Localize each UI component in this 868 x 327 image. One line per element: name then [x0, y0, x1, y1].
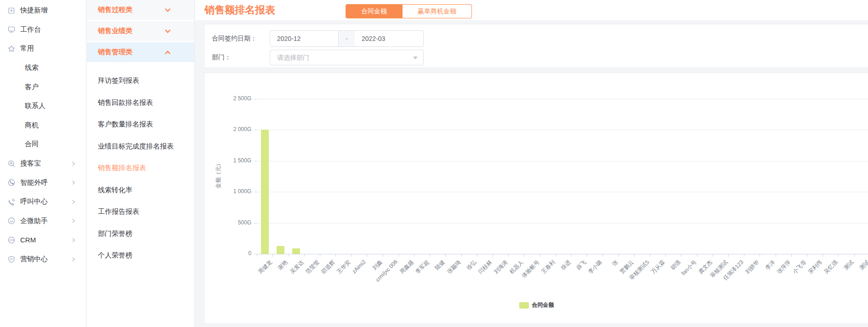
search-treasure-icon [7, 160, 16, 168]
x-tick [650, 254, 650, 257]
sidebar-item-2[interactable]: 工作台 [0, 20, 86, 40]
x-tick [477, 254, 477, 257]
chevron-right-icon [71, 161, 76, 166]
legend-swatch [519, 302, 529, 309]
sidebar-item-label: 呼叫中心 [20, 197, 48, 206]
report-item[interactable]: 线索转化率 [87, 179, 194, 201]
x-tick [744, 254, 744, 257]
quick-add-icon [7, 6, 16, 15]
department-filter-row: 部门： 请选择部门 [212, 50, 424, 65]
sidebar-item-label: 搜客宝 [20, 159, 41, 168]
department-select[interactable]: 请选择部门 [270, 50, 424, 65]
tab-2[interactable]: 赢单商机金额 [403, 4, 472, 18]
x-tick [823, 254, 823, 257]
chevron-down-icon [164, 29, 171, 34]
sidebar-item-label: 合同 [25, 140, 39, 149]
y-tick-label: 2 000G [210, 126, 251, 132]
date-range-label: 合同签约日期： [212, 34, 270, 43]
bar [261, 130, 269, 254]
marketing-icon [7, 255, 16, 264]
sidebar-item-9[interactable]: 搜客宝 [0, 154, 86, 173]
report-item[interactable]: 拜访签到报表 [87, 70, 194, 92]
chart-legend[interactable]: 合同金额 [519, 301, 554, 309]
x-tick [681, 254, 681, 257]
x-tick [713, 254, 713, 257]
crm-report-app: 快捷新增工作台常用线索客户联系人商机合同搜客宝智能外呼呼叫中心企微助手CRMCR… [0, 0, 868, 327]
x-tick [335, 254, 336, 257]
department-placeholder: 请选择部门 [277, 54, 309, 61]
sidebar-item-7[interactable]: 商机 [0, 116, 86, 135]
sidebar-item-14[interactable]: 营销中心 [0, 250, 86, 269]
chevron-right-icon [71, 237, 76, 243]
x-tick [367, 254, 367, 257]
x-tick [556, 254, 556, 257]
report-category-1[interactable]: 销售过程类 [87, 0, 194, 20]
smart-call-icon [7, 178, 16, 187]
sidebar-item-10[interactable]: 智能外呼 [0, 173, 86, 192]
bar [292, 248, 300, 254]
x-tick [540, 254, 540, 257]
chevron-up-icon [164, 50, 171, 55]
report-item[interactable]: 个人荣誉榜 [87, 245, 194, 267]
report-item[interactable]: 业绩目标完成度排名报表 [87, 136, 194, 158]
gridline [257, 99, 868, 99]
sidebar-item-13[interactable]: CRMCRM [0, 230, 86, 250]
date-start-input[interactable]: 2020-12 [270, 30, 339, 47]
report-item[interactable]: 销售额排名报表 [87, 157, 194, 179]
sidebar-item-label: 智能外呼 [20, 178, 48, 187]
sidebar-item-label: 联系人 [25, 102, 45, 110]
sidebar-item-label: 客户 [25, 83, 39, 92]
sidebar-item-1[interactable]: 快捷新增 [0, 1, 86, 20]
sidebar-item-6[interactable]: 联系人 [0, 97, 86, 116]
gridline [257, 192, 868, 192]
chevron-down-icon [164, 7, 171, 13]
tab-1[interactable]: 合同金额 [346, 4, 403, 18]
x-tick [414, 254, 414, 257]
report-category-3[interactable]: 销售管理类 [87, 42, 194, 62]
sidebar-item-4[interactable]: 线索 [0, 58, 86, 78]
x-tick [838, 254, 839, 257]
sidebar-item-label: 工作台 [20, 25, 41, 34]
y-tick-label: 0 [210, 250, 251, 257]
chevron-right-icon [71, 218, 76, 224]
report-item[interactable]: 工作报告报表 [87, 201, 194, 223]
x-tick [398, 254, 399, 257]
y-tick [254, 161, 257, 161]
report-category-2[interactable]: 销售业绩类 [87, 21, 194, 41]
x-tick [445, 254, 446, 257]
star-icon [7, 45, 16, 53]
date-end-input[interactable]: 2022-03 [355, 30, 424, 47]
report-item[interactable]: 销售回款排名报表 [87, 92, 194, 114]
date-separator: - [339, 30, 355, 47]
x-tick [493, 254, 493, 257]
secondary-sidebar: 销售过程类销售业绩类销售管理类 拜访签到报表销售回款排名报表客户数量排名报表业绩… [87, 0, 195, 327]
report-item[interactable]: 部门荣誉榜 [87, 223, 194, 245]
x-tick [728, 254, 729, 257]
x-tick [524, 254, 524, 257]
sidebar-item-12[interactable]: 企微助手 [0, 212, 86, 231]
x-tick [807, 254, 807, 257]
main-content: 销售额排名报表 合同金额赢单商机金额 合同签约日期： 2020-12 - 202… [195, 0, 868, 327]
crm-icon: CRM [7, 236, 16, 244]
y-tick-label: 500G [210, 219, 251, 226]
sidebar-item-label: 线索 [25, 63, 39, 72]
sidebar-item-label: 常用 [20, 44, 34, 53]
x-tick [304, 254, 305, 257]
x-tick [854, 254, 855, 257]
sidebar-item-8[interactable]: 合同 [0, 135, 86, 154]
report-item[interactable]: 客户数量排名报表 [87, 114, 194, 136]
sidebar-item-5[interactable]: 客户 [0, 77, 86, 97]
x-tick [602, 254, 603, 257]
y-tick-label: 2 500G [210, 95, 251, 102]
x-tick [776, 254, 776, 257]
svg-text:CRM: CRM [9, 239, 14, 241]
sidebar-item-11[interactable]: 呼叫中心 [0, 192, 86, 212]
y-tick [254, 99, 257, 99]
primary-sidebar: 快捷新增工作台常用线索客户联系人商机合同搜客宝智能外呼呼叫中心企微助手CRMCR… [0, 0, 86, 327]
x-tick [697, 254, 698, 257]
sidebar-item-3[interactable]: 常用 [0, 39, 86, 58]
y-axis-title: 金额（元） [215, 155, 222, 194]
x-tick [351, 254, 352, 257]
workbench-icon [7, 25, 16, 34]
x-axis-line [257, 254, 868, 254]
